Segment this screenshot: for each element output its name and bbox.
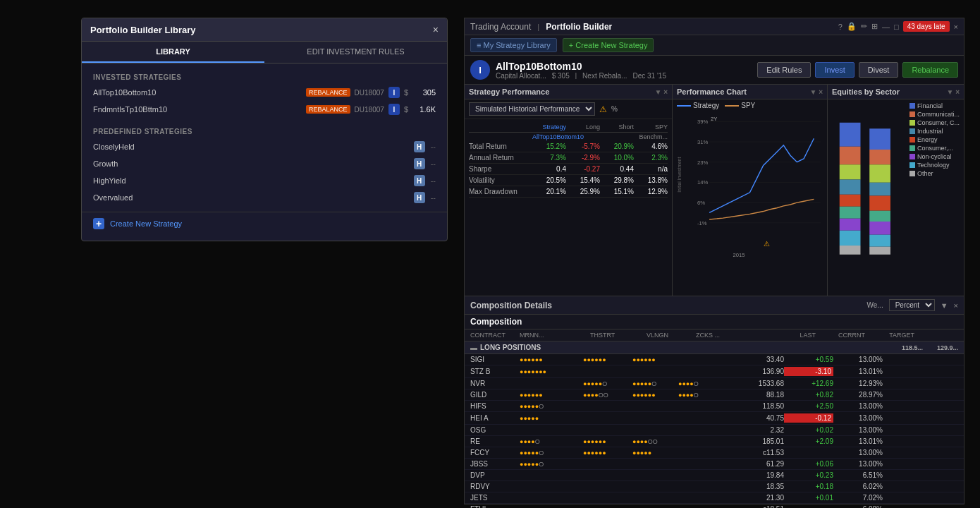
row-long: 25.9% [566,188,600,195]
tab-library[interactable]: LIBRARY [82,42,264,63]
long-positions-label: LONG POSITIONS [480,344,541,351]
composition-section: Composition Details We... Percent ▼ × Co… [465,296,964,508]
last-price: c11.53 [735,449,784,456]
edit-rules-button[interactable]: Edit Rules [757,62,811,78]
composition-details-title: Composition Details [470,301,552,310]
perf-expand-icon[interactable]: ▼ × [654,88,668,96]
target: 13.00% [833,426,883,434]
row-spy: 2.3% [634,154,668,162]
dollar-sign: $ [404,88,408,97]
close-icon[interactable]: × [954,23,958,31]
divest-button[interactable]: Divest [859,62,899,78]
row-strategy: 7.3% [532,154,566,162]
sector-panel-header: Equities by Sector ▼ × [828,85,964,99]
comp-col-headers: CONTRACT MRNN... THSTRT VLNGN ZCKS ... L… [465,329,964,341]
svg-rect-22 [840,195,861,207]
invest-button[interactable]: Invest [815,62,854,78]
target: 13.00% [833,414,883,422]
row-spy: 12.9% [634,188,668,195]
target: 13.01% [833,437,883,445]
list-item[interactable]: FndmntlsTp10Bttm10 REBALANCE DU18007 I $… [82,101,447,118]
create-new-label: Create New Strategy [110,219,182,228]
mrnn-dots: ●●●●●●● [520,368,583,375]
ticker: SIGI [470,356,520,363]
sim-dropdown[interactable]: Simulated Historical Performance [469,102,595,116]
rebalance-badge: REBALANCE [306,105,350,114]
technology-label: Technology [917,162,950,169]
expand-long-positions[interactable]: ▬ [470,344,477,351]
ticker: GILD [470,391,520,399]
composition-expand-icon[interactable]: × [954,301,958,310]
performance-chart-svg: 39% 31% 23% 14% 6% -1% Initial Investmen… [673,111,827,267]
sector-title: Equities by Sector [832,87,900,96]
ticker: FCCY [470,449,520,456]
strategy-value: -- [431,176,436,185]
ticker: HIFS [470,402,520,410]
thstrt-dots: ●●●●OO [583,392,632,399]
strategy-name: Growth [93,159,414,168]
list-item[interactable]: HighYield H -- [82,172,447,189]
perf-table-header: Strategy Long Short SPY [469,122,668,133]
edit-icon[interactable]: ✏ [861,22,867,31]
target: 12.93% [833,380,883,387]
row-label: Max Drawdown [469,188,532,195]
list-item[interactable]: CloselyHeld H -- [82,138,447,155]
strategy-name-main: AllTop10Bottom10 [496,61,666,72]
grid-icon[interactable]: ⊞ [871,22,878,31]
legend-spy: SPY [725,102,755,109]
library-close-button[interactable]: × [433,24,439,35]
other-label: Other [917,170,933,177]
financial-label: Financial [917,102,943,109]
ticker: RDVY [470,483,520,490]
change: -0.12 [784,413,833,423]
row-short: 15.1% [600,188,634,195]
strategy-name: AllTop10Bottom10 [93,88,306,97]
list-item[interactable]: Overvalued H -- [82,189,447,206]
my-library-button[interactable]: ≡ My Strategy Library [470,38,557,52]
list-item[interactable]: Growth H -- [82,155,447,172]
tab-edit-investment[interactable]: EDIT INVESTMENT RULES [264,42,447,63]
ticker: HEI A [470,414,520,422]
chart-expand-icon[interactable]: ▼ × [809,88,823,96]
thstrt-dots: ●●●●●O [583,380,632,387]
minimize-icon[interactable]: — [882,23,890,31]
strategy-name: CloselyHeld [93,143,414,151]
last-price: 40.75 [735,414,784,422]
svg-rect-21 [840,180,861,195]
sector-body: Financial Communicati... Consumer, C... … [828,99,964,296]
sub-strategy: AllTop10Bottom10 [532,133,584,140]
ticker: JETS [470,494,520,502]
sector-legend: Financial Communicati... Consumer, C... … [905,99,964,296]
technology-color [909,162,915,168]
list-item[interactable]: AllTop10Bottom10 REBALANCE DU18007 I $ 3… [82,84,447,101]
chart-panel-header: Performance Chart ▼ × [673,85,827,99]
col-strategy: Strategy [532,123,566,131]
row-label: Sharpe [469,165,532,173]
legend-consumer-c: Consumer, C... [909,119,960,126]
help-icon[interactable]: ? [838,23,843,31]
percent-dropdown[interactable]: Percent [889,299,935,311]
composition-minimize-icon[interactable]: ▼ [941,301,948,310]
change: +0.18 [784,483,833,490]
predefined-section-header: PREDEFINED STRATEGIES [82,123,447,138]
ticker: DVP [470,471,520,479]
sector-expand-icon[interactable]: ▼ × [946,88,960,96]
create-new-strategy-button[interactable]: + Create New Strategy [82,212,447,235]
mrnn-dots: ●●●●● [520,415,583,422]
lock-icon[interactable]: 🔒 [847,22,857,31]
invested-section-header: INVESTED STRATEGIES [82,69,447,84]
plus-icon: + [93,218,104,229]
svg-rect-19 [840,147,861,164]
strategy-capital: $ 305 [552,72,570,80]
col-contract: CONTRACT [470,332,520,339]
change: +2.50 [784,402,833,410]
trading-titles: Trading Account | Portfolio Builder [470,22,612,32]
performance-chart-panel: Performance Chart ▼ × Strategy SPY 39% 3… [673,85,828,296]
create-strategy-button[interactable]: + Create New Strategy [563,38,654,52]
col-long: Long [566,123,600,131]
rebalance-button[interactable]: Rebalance [902,62,958,78]
mrnn-dots: ●●●●O [520,438,583,445]
maximize-icon[interactable]: □ [894,23,899,31]
svg-rect-28 [869,150,890,164]
col-ccrrnt: CCRRNT [816,332,865,339]
